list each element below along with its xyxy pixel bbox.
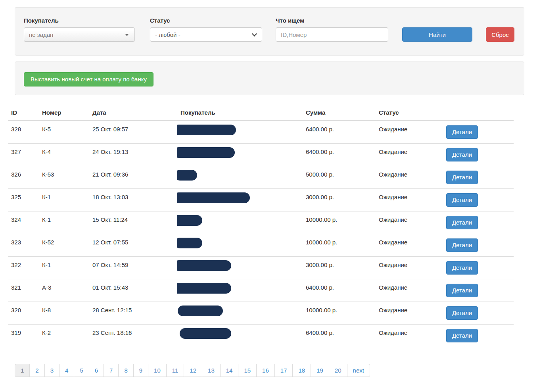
invoice-number: А-3: [39, 279, 89, 302]
invoice-number: К-52: [39, 234, 89, 256]
page-19[interactable]: 19: [311, 364, 329, 377]
header-actions: [440, 105, 514, 120]
invoice-status: Ожидание: [376, 189, 440, 211]
invoice-amount: 3000.00 р.: [303, 257, 376, 279]
search-input[interactable]: [276, 27, 388, 42]
page-17[interactable]: 17: [274, 364, 293, 377]
page-9[interactable]: 9: [133, 364, 148, 377]
page-8[interactable]: 8: [118, 364, 133, 377]
invoice-date: 24 Окт. 19:13: [89, 144, 177, 166]
invoice-date: 01 Окт. 15:43: [89, 279, 177, 302]
page-3[interactable]: 3: [44, 364, 59, 377]
invoice-amount: 6400.00 р.: [303, 279, 376, 302]
page-5[interactable]: 5: [74, 364, 89, 377]
details-button[interactable]: Детали: [446, 306, 478, 320]
page-13[interactable]: 13: [202, 364, 221, 377]
header-number: Номер: [39, 105, 89, 120]
invoice-number: К-2: [39, 325, 89, 347]
details-button[interactable]: Детали: [446, 261, 478, 275]
invoice-id: 322: [8, 257, 39, 279]
page-16[interactable]: 16: [256, 364, 275, 377]
page-20[interactable]: 20: [329, 364, 347, 377]
invoice-status: Ожидание: [376, 279, 440, 302]
page-11[interactable]: 11: [166, 364, 184, 377]
page-7[interactable]: 7: [104, 364, 119, 377]
redacted-buyer-name: [177, 147, 235, 158]
redacted-buyer-name: [177, 125, 236, 135]
details-button[interactable]: Детали: [446, 329, 478, 342]
buyer-select-value: не задан: [29, 31, 53, 38]
details-button[interactable]: Детали: [446, 284, 478, 297]
action-panel: Выставить новый счет на оплату по банку: [15, 61, 524, 95]
details-button[interactable]: Детали: [446, 216, 478, 229]
invoice-status: Ожидание: [376, 211, 440, 234]
page-6[interactable]: 6: [89, 364, 104, 377]
page-4[interactable]: 4: [59, 364, 74, 377]
header-amount: Сумма: [303, 105, 376, 120]
page-12[interactable]: 12: [184, 364, 202, 377]
invoice-date: 12 Окт. 07:55: [89, 234, 177, 256]
redacted-buyer-name: [178, 306, 223, 316]
page-10[interactable]: 10: [148, 364, 167, 377]
status-select[interactable]: - любой -: [150, 27, 262, 42]
page-14[interactable]: 14: [220, 364, 239, 377]
dropdown-arrow-icon: [125, 34, 129, 36]
invoice-amount: 5000.00 р.: [303, 166, 376, 188]
redacted-buyer-name: [177, 170, 197, 181]
page-15[interactable]: 15: [238, 364, 257, 377]
invoice-number: К-1: [39, 257, 89, 279]
new-invoice-button[interactable]: Выставить новый счет на оплату по банку: [24, 72, 153, 86]
find-button[interactable]: Найти: [402, 27, 472, 42]
invoice-date: 18 Окт. 13:03: [89, 189, 177, 211]
invoice-id: 327: [8, 144, 39, 166]
invoice-number: К-1: [39, 189, 89, 211]
table-row: 324 К-1 15 Окт. 11:24 10000.00 р. Ожидан…: [8, 211, 514, 234]
invoice-id: 325: [8, 189, 39, 211]
invoice-status: Ожидание: [376, 302, 440, 324]
invoice-status: Ожидание: [376, 166, 440, 188]
header-buyer: Покупатель: [177, 105, 303, 120]
table-row: 322 К-1 07 Окт. 14:59 3000.00 р. Ожидани…: [8, 257, 514, 279]
invoice-amount: 10000.00 р.: [303, 234, 376, 256]
buyer-select[interactable]: не задан: [24, 27, 135, 42]
search-filter: Что ищем: [276, 17, 388, 42]
redacted-buyer-name: [177, 215, 202, 226]
invoice-status: Ожидание: [376, 257, 440, 279]
invoices-table: ID Номер Дата Покупатель Сумма Статус 32…: [8, 105, 514, 347]
details-button[interactable]: Детали: [446, 171, 478, 184]
invoice-id: 328: [8, 121, 39, 143]
details-button[interactable]: Детали: [446, 238, 478, 252]
header-date: Дата: [89, 105, 177, 120]
invoice-number: К-1: [39, 211, 89, 234]
page-18[interactable]: 18: [292, 364, 311, 377]
redacted-buyer-name: [177, 192, 250, 203]
invoice-id: 324: [8, 211, 39, 234]
details-button[interactable]: Детали: [446, 148, 478, 161]
invoice-date: 28 Сент. 12:15: [89, 302, 177, 324]
search-label: Что ищем: [276, 17, 388, 24]
page-2[interactable]: 2: [29, 364, 44, 377]
redacted-buyer-name: [180, 328, 231, 339]
table-row: 319 К-2 23 Сент. 18:16 6400.00 р. Ожидан…: [8, 325, 514, 347]
page-1[interactable]: 1: [15, 364, 30, 377]
buyer-filter: Покупатель не задан: [24, 17, 135, 42]
chevron-down-icon: [252, 31, 257, 37]
invoice-date: 23 Сент. 18:16: [89, 325, 177, 347]
details-button[interactable]: Детали: [446, 125, 478, 139]
invoice-status: Ожидание: [376, 121, 440, 143]
page-next[interactable]: next: [347, 364, 370, 377]
invoice-number: К-5: [39, 121, 89, 143]
status-label: Статус: [150, 17, 262, 24]
table-row: 325 К-1 18 Окт. 13:03 3000.00 р. Ожидани…: [8, 189, 514, 211]
invoice-status: Ожидание: [376, 234, 440, 256]
table-row: 326 К-53 21 Окт. 09:36 5000.00 р. Ожидан…: [8, 166, 514, 189]
invoice-date: 21 Окт. 09:36: [89, 166, 177, 188]
invoice-amount: 6400.00 р.: [303, 121, 376, 143]
invoice-amount: 10000.00 р.: [303, 211, 376, 234]
header-id: ID: [8, 105, 39, 120]
invoice-amount: 6400.00 р.: [303, 325, 376, 347]
details-button[interactable]: Детали: [446, 193, 478, 207]
reset-button[interactable]: Сброс: [486, 27, 514, 42]
table-row: 321 А-3 01 Окт. 15:43 6400.00 р. Ожидани…: [8, 279, 514, 302]
invoice-date: 25 Окт. 09:57: [89, 121, 177, 143]
